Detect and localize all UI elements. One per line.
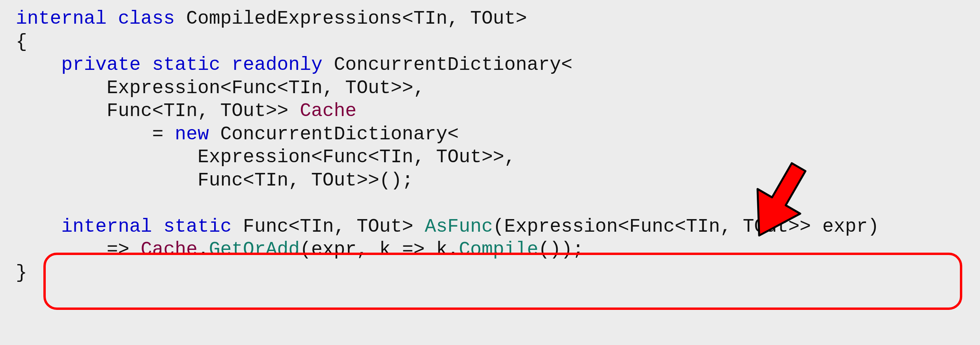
code-block: internal class CompiledExpressions<TIn, … [0,0,980,345]
keyword-private: private [61,54,141,75]
assign: = [16,124,175,145]
type-func-line2: Func<TIn, TOut>>(); [16,170,413,191]
type-concurrentdictionary: ConcurrentDictionary< [323,54,573,75]
member-cache: Cache [300,100,357,122]
method-getoradd: GetOrAdd [209,239,300,260]
brace-close: } [16,262,27,283]
keyword-new: new [175,124,209,145]
keyword-readonly: readonly [231,54,322,75]
type-new-concurrentdictionary: ConcurrentDictionary< [209,124,459,145]
dot: . [198,239,209,260]
class-decl: CompiledExpressions<TIn, TOut> [175,8,527,29]
keyword-internal: internal [16,8,106,29]
keyword-class: class [118,8,175,29]
return-type: Func<TIn, TOut> [231,216,425,237]
method-asfunc: AsFunc [425,216,493,237]
code-text: internal class CompiledExpressions<TIn, … [16,7,964,285]
type-expression-line: Expression<Func<TIn, TOut>>, [16,77,425,99]
args1: (expr, k => k. [300,239,459,260]
method-compile: Compile [459,239,538,260]
type-func-line: Func<TIn, TOut>> [16,100,300,122]
member-cache2: Cache [141,239,198,260]
keyword-static: static [152,54,220,75]
args2: ()); [538,239,584,260]
type-expression-line2: Expression<Func<TIn, TOut>>, [16,146,515,168]
brace-open: { [16,31,27,52]
arrow-op: => [16,239,141,260]
keyword-internal2: internal [61,216,152,237]
params: (Expression<Func<TIn, TOut>> expr) [493,216,879,237]
keyword-static2: static [163,216,231,237]
